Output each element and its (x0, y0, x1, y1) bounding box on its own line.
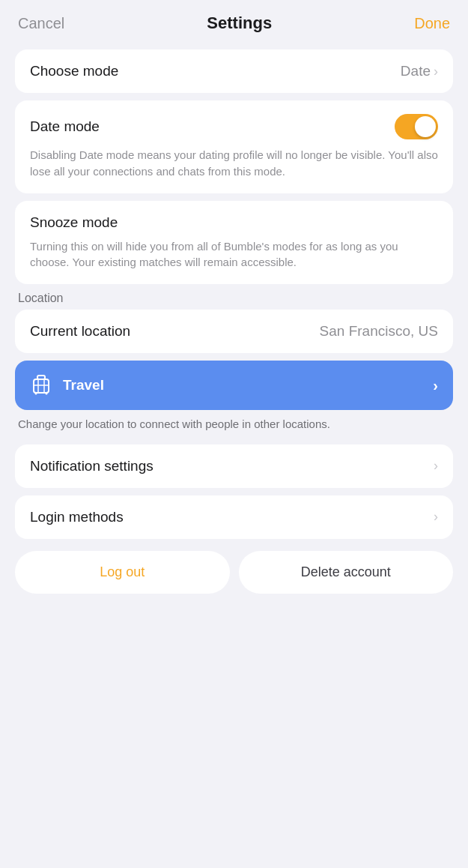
current-location-value: San Francisco, US (320, 323, 438, 340)
date-mode-label: Date mode (30, 118, 100, 135)
choose-mode-card[interactable]: Choose mode Date › (15, 49, 453, 93)
date-mode-description: Disabling Date mode means your dating pr… (30, 147, 438, 180)
date-mode-toggle[interactable] (395, 114, 438, 139)
date-mode-card: Date mode Disabling Date mode means your… (15, 100, 453, 193)
toggle-track (395, 114, 438, 139)
done-button[interactable]: Done (414, 15, 450, 32)
login-methods-label: Login methods (30, 509, 124, 525)
svg-point-5 (35, 393, 37, 395)
choose-mode-label: Choose mode (30, 63, 118, 79)
notification-settings-card[interactable]: Notification settings › (15, 444, 453, 488)
phone-frame: Cancel Settings Done Choose mode Date › … (0, 0, 468, 868)
current-location-card[interactable]: Current location San Francisco, US (15, 310, 453, 353)
travel-description: Change your location to connect with peo… (15, 416, 453, 433)
snooze-mode-row: Snooze mode (30, 214, 438, 231)
notification-settings-chevron-icon: › (434, 458, 438, 474)
current-location-row: Current location San Francisco, US (30, 323, 438, 340)
notification-settings-label: Notification settings (30, 458, 154, 474)
svg-point-6 (46, 393, 48, 395)
travel-button[interactable]: Travel › (15, 361, 453, 410)
luggage-icon (30, 374, 52, 397)
choose-mode-chevron-icon: › (434, 64, 438, 79)
snooze-mode-card[interactable]: Snooze mode Turning this on will hide yo… (15, 201, 453, 285)
cancel-button[interactable]: Cancel (18, 15, 64, 32)
location-section-label: Location (18, 292, 450, 305)
current-location-label: Current location (30, 323, 130, 340)
toggle-thumb (415, 116, 436, 137)
travel-chevron-icon: › (433, 377, 438, 394)
settings-content: Choose mode Date › Date mode Disabling D… (0, 42, 468, 624)
travel-left-content: Travel (30, 374, 104, 397)
choose-mode-row: Choose mode Date › (30, 63, 438, 79)
snooze-mode-label: Snooze mode (30, 214, 118, 231)
top-navigation-bar: Cancel Settings Done (0, 0, 468, 42)
choose-mode-value-text: Date (401, 63, 431, 79)
login-methods-card[interactable]: Login methods › (15, 495, 453, 539)
notification-settings-row: Notification settings › (30, 458, 438, 474)
snooze-mode-description: Turning this on will hide you from all o… (30, 238, 438, 271)
travel-label: Travel (63, 377, 104, 394)
svg-rect-1 (34, 379, 49, 393)
date-mode-row: Date mode (30, 114, 438, 139)
delete-account-button[interactable]: Delete account (239, 551, 454, 594)
page-title: Settings (207, 13, 272, 33)
choose-mode-value: Date › (401, 63, 438, 79)
bottom-actions: Log out Delete account (15, 551, 453, 616)
login-methods-row: Login methods › (30, 509, 438, 525)
login-methods-chevron-icon: › (434, 509, 438, 525)
logout-button[interactable]: Log out (15, 551, 230, 594)
